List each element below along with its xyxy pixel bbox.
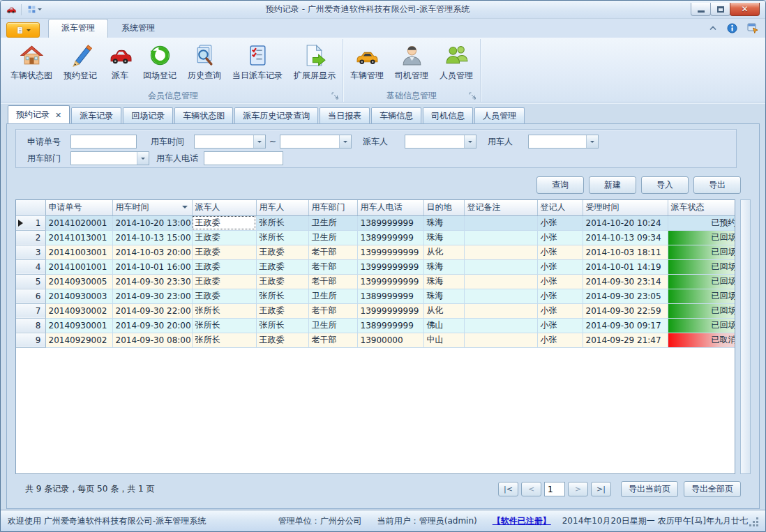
cell-order-no[interactable]: 20141003001 xyxy=(45,245,112,259)
cell-car-user[interactable]: 王政委 xyxy=(256,245,308,259)
cell-order-no[interactable]: 20140930002 xyxy=(45,303,112,318)
cell-dispatcher[interactable]: 张所长 xyxy=(192,333,256,347)
sort-descending-icon[interactable] xyxy=(182,206,188,211)
column-header[interactable]: 派车人 xyxy=(192,200,256,215)
cell-dispatcher[interactable]: 张所长 xyxy=(192,303,256,318)
cell-department[interactable]: 老干部 xyxy=(308,274,357,289)
cell-registrar[interactable]: 小张 xyxy=(537,318,583,333)
column-header[interactable]: 用车人电话 xyxy=(357,200,423,215)
cell-phone[interactable]: 1389999999 xyxy=(357,215,423,230)
cell-dispatcher[interactable]: 王政委 xyxy=(192,274,256,289)
cell-register-note[interactable] xyxy=(464,245,537,259)
collapse-ribbon-button[interactable] xyxy=(709,25,717,31)
table-row[interactable]: 7 20140930002 2014-09-30 22:00 张所长 王政委 老… xyxy=(16,303,735,318)
tab-daily-report[interactable]: 当日报表 xyxy=(320,107,370,123)
cell-department[interactable]: 老干部 xyxy=(308,333,357,347)
cell-car-user[interactable]: 王政委 xyxy=(256,303,308,318)
cell-car-user[interactable]: 王政委 xyxy=(256,274,308,289)
column-header[interactable]: 申请单号 xyxy=(45,200,112,215)
car-user-combo[interactable] xyxy=(528,135,599,149)
column-header[interactable]: 目的地 xyxy=(423,200,464,215)
cell-registrar[interactable]: 小张 xyxy=(537,259,583,274)
use-time-to-combo[interactable] xyxy=(280,135,352,149)
column-header[interactable]: 受理时间 xyxy=(583,200,668,215)
row-selector[interactable]: 5 xyxy=(16,274,45,289)
cell-order-no[interactable]: 20140930003 xyxy=(45,289,112,303)
cell-dispatch-status[interactable]: 已取消 xyxy=(668,333,735,347)
cell-register-note[interactable] xyxy=(464,303,537,318)
cell-use-time[interactable]: 2014-09-30 22:00 xyxy=(112,303,192,318)
table-row[interactable]: 6 20140930003 2014-09-30 23:00 王政委 张所长 卫… xyxy=(16,289,735,303)
tab-vehicle-info[interactable]: 车辆信息 xyxy=(371,107,421,123)
ribbon-button-today-dispatch-records[interactable]: 当日派车记录 xyxy=(227,40,288,90)
cell-register-note[interactable] xyxy=(464,230,537,245)
cell-department[interactable]: 卫生所 xyxy=(308,289,357,303)
ribbon-button-reservation-register[interactable]: 预约登记 xyxy=(58,40,103,90)
cell-registrar[interactable]: 小张 xyxy=(537,215,583,230)
app-icon[interactable] xyxy=(5,5,17,15)
cell-dispatcher[interactable]: 王政委 xyxy=(192,230,256,245)
cell-phone[interactable]: 13999999999 xyxy=(357,245,423,259)
cell-use-time[interactable]: 2014-09-30 08:00 xyxy=(112,333,192,347)
query-button[interactable]: 查询 xyxy=(536,176,584,194)
cell-phone[interactable]: 1389999999 xyxy=(357,230,423,245)
cell-order-no[interactable]: 20140930001 xyxy=(45,318,112,333)
cell-register-note[interactable] xyxy=(464,215,537,230)
cell-dispatch-status[interactable]: 已回场 xyxy=(668,230,735,245)
row-selector[interactable]: 1 xyxy=(16,215,45,230)
cell-destination[interactable]: 珠海 xyxy=(423,215,464,230)
cell-car-user[interactable]: 王政委 xyxy=(256,259,308,274)
table-row[interactable]: 4 20141001001 2014-10-01 16:00 王政委 王政委 老… xyxy=(16,259,735,274)
application-menu-button[interactable] xyxy=(6,22,40,38)
resize-grip-icon[interactable] xyxy=(756,524,758,526)
cell-dispatcher[interactable]: 王政委 xyxy=(192,245,256,259)
cell-accept-time[interactable]: 2014-10-01 14:19 xyxy=(583,259,668,274)
cell-order-no[interactable]: 20140929002 xyxy=(45,333,112,347)
cell-department[interactable]: 卫生所 xyxy=(308,318,357,333)
dropdown-button[interactable] xyxy=(339,135,351,148)
dropdown-button[interactable] xyxy=(137,152,149,165)
ribbon-button-personnel-management[interactable]: 人员管理 xyxy=(434,40,479,90)
cell-registrar[interactable]: 小张 xyxy=(537,274,583,289)
cell-accept-time[interactable]: 2014-09-30 23:14 xyxy=(583,274,668,289)
row-selector[interactable]: 6 xyxy=(16,289,45,303)
quick-access-toolbar-button[interactable] xyxy=(25,4,44,15)
first-page-button[interactable]: |< xyxy=(498,482,518,496)
cell-destination[interactable]: 珠海 xyxy=(423,289,464,303)
row-selector[interactable]: 3 xyxy=(16,245,45,259)
cell-accept-time[interactable]: 2014-09-30 22:59 xyxy=(583,303,668,318)
cell-destination[interactable]: 从化 xyxy=(423,303,464,318)
tab-dispatch-records[interactable]: 派车记录 xyxy=(71,107,121,123)
page-number-input[interactable] xyxy=(544,482,565,496)
row-selector[interactable]: 9 xyxy=(16,333,45,347)
table-row[interactable]: 3 20141003001 2014-10-03 20:00 王政委 王政委 老… xyxy=(16,245,735,259)
dispatcher-combo[interactable] xyxy=(405,135,476,149)
last-page-button[interactable]: >| xyxy=(591,482,611,496)
table-row[interactable]: 8 20140930001 2014-09-30 20:00 张所长 张所长 卫… xyxy=(16,318,735,333)
cell-accept-time[interactable]: 2014-10-03 18:11 xyxy=(583,245,668,259)
cell-phone[interactable]: 1389999999 xyxy=(357,289,423,303)
cell-register-note[interactable] xyxy=(464,274,537,289)
cell-phone[interactable]: 1389999999 xyxy=(357,318,423,333)
row-selector[interactable]: 8 xyxy=(16,318,45,333)
column-header[interactable]: 登记备注 xyxy=(464,200,537,215)
cell-destination[interactable]: 中山 xyxy=(423,333,464,347)
ribbon-button-history-query[interactable]: 历史查询 xyxy=(182,40,227,90)
dept-combo[interactable] xyxy=(70,151,149,165)
cell-dispatcher[interactable]: 张所长 xyxy=(192,318,256,333)
dropdown-button[interactable] xyxy=(586,135,598,148)
cell-destination[interactable]: 珠海 xyxy=(423,259,464,274)
next-page-button[interactable]: > xyxy=(568,482,588,496)
export-all-pages-button[interactable]: 导出全部页 xyxy=(684,481,741,497)
cell-car-user[interactable]: 张所长 xyxy=(256,289,308,303)
cell-dispatch-status[interactable]: 已回场 xyxy=(668,289,735,303)
cell-order-no[interactable]: 20141001001 xyxy=(45,259,112,274)
tab-driver-info[interactable]: 司机信息 xyxy=(423,107,473,123)
row-selector[interactable]: 7 xyxy=(16,303,45,318)
cell-car-user[interactable]: 王政委 xyxy=(256,333,308,347)
cell-dispatcher[interactable]: 王政委 xyxy=(192,289,256,303)
tab-personnel-management[interactable]: 人员管理 xyxy=(474,107,525,123)
cell-use-time[interactable]: 2014-09-30 23:30 xyxy=(112,274,192,289)
cell-dispatch-status[interactable]: 已回场 xyxy=(668,245,735,259)
minimize-button[interactable] xyxy=(691,3,711,16)
